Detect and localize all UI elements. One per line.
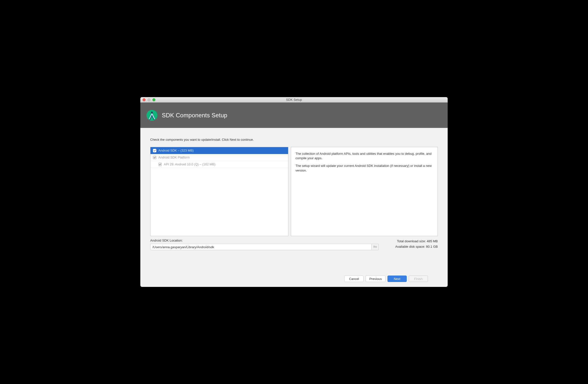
disk-space-value: 80.1 GB	[426, 245, 438, 248]
browse-button[interactable]	[372, 244, 378, 250]
description-panel: The collection of Android platform APIs,…	[291, 147, 438, 236]
next-button[interactable]: Next	[387, 276, 407, 282]
disk-space-label: Available disk space:	[395, 245, 426, 248]
wizard-content: Check the components you want to update/…	[140, 128, 448, 287]
close-icon[interactable]	[143, 98, 146, 101]
zoom-icon[interactable]	[152, 98, 155, 101]
svg-rect-2	[151, 111, 152, 113]
finish-button: Finish	[409, 276, 428, 282]
window-title: SDK Setup	[140, 98, 448, 101]
checkbox	[158, 163, 162, 166]
tree-item[interactable]: API 29: Android 10.0 (Q) – (162 MB)	[150, 161, 288, 168]
android-studio-icon	[146, 109, 158, 121]
checkbox[interactable]	[153, 149, 156, 152]
sdk-setup-window: SDK Setup SDK Components Setup Check the…	[140, 97, 448, 287]
tree-item-label: Android SDK Platform	[158, 156, 190, 159]
sdk-location-label: Android SDK Location:	[150, 239, 378, 242]
checkbox	[153, 156, 156, 159]
split-panes: Android SDK – (323 MB)Android SDK Platfo…	[150, 147, 438, 236]
tree-item-label: Android SDK – (323 MB)	[158, 149, 194, 152]
minimize-icon	[147, 98, 150, 101]
instruction-text: Check the components you want to update/…	[150, 138, 438, 141]
wizard-footer: Cancel Previous Next Finish	[150, 272, 438, 287]
tree-item[interactable]: Android SDK Platform	[150, 154, 288, 161]
sdk-location-input[interactable]	[150, 244, 372, 250]
page-title: SDK Components Setup	[162, 112, 227, 119]
component-tree[interactable]: Android SDK – (323 MB)Android SDK Platfo…	[150, 147, 288, 236]
previous-button[interactable]: Previous	[366, 276, 385, 282]
folder-icon	[373, 245, 377, 249]
wizard-header: SDK Components Setup	[140, 102, 448, 128]
cancel-button[interactable]: Cancel	[344, 276, 364, 282]
titlebar: SDK Setup	[140, 97, 448, 102]
download-size-value: 485 MB	[427, 239, 438, 243]
description-paragraph: The setup wizard will update your curren…	[295, 164, 433, 173]
tree-item-label: API 29: Android 10.0 (Q) – (162 MB)	[164, 162, 216, 166]
below-panes: Android SDK Location: Tota	[150, 239, 438, 250]
download-size-label: Total download size:	[397, 239, 427, 243]
size-info: Total download size: 485 MB Available di…	[383, 239, 438, 250]
description-paragraph: The collection of Android platform APIs,…	[295, 152, 433, 161]
window-controls	[140, 98, 155, 101]
tree-item[interactable]: Android SDK – (323 MB)	[150, 147, 288, 154]
